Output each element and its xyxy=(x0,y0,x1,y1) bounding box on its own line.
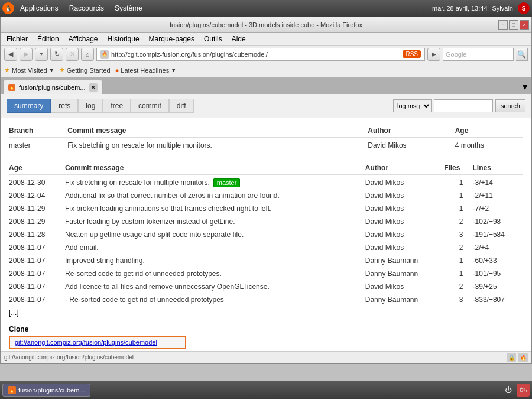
google-search-box[interactable]: Google xyxy=(443,48,514,61)
tab-arrow-button[interactable]: ▼ xyxy=(521,82,529,92)
log-author-6: Danny Baumann xyxy=(365,254,444,267)
forward-button[interactable]: ▶ xyxy=(20,48,33,61)
log-message-4: Neaten up getline usage and split code i… xyxy=(65,228,365,241)
log-lines-0: -3/+14 xyxy=(473,175,523,190)
log-author-8: David Mikos xyxy=(365,280,444,293)
log-files-3: 2 xyxy=(444,215,472,228)
search-type-select[interactable]: log msg xyxy=(393,99,432,112)
home-button[interactable]: ⌂ xyxy=(81,48,94,61)
bookmark-latest-headlines[interactable]: ● Latest Headlines ▼ xyxy=(115,67,177,74)
log-lines-7: -101/+95 xyxy=(473,267,523,280)
browser-tab[interactable]: 🔥 fusion/plugins/cubem... ✕ xyxy=(3,80,103,94)
os-datetime: mar. 28 avril, 13:44 xyxy=(432,5,488,12)
col-branch: Branch xyxy=(9,124,67,138)
menu-outils[interactable]: Outils xyxy=(200,34,226,44)
bookmark-star-icon: ★ xyxy=(4,66,10,74)
bookmark-getting-started-icon: ★ xyxy=(59,66,65,74)
col-lines-log: Lines xyxy=(473,161,523,175)
clone-label: Clone xyxy=(9,325,523,333)
back-button[interactable]: ◀ xyxy=(4,48,17,61)
bookmark-getting-started[interactable]: ★ Getting Started xyxy=(59,66,111,74)
log-author-2: David Mikos xyxy=(365,202,444,215)
search-input[interactable] xyxy=(434,99,493,112)
menu-affichage[interactable]: Affichage xyxy=(65,34,102,44)
ubuntu-icon[interactable]: 🐧 xyxy=(2,2,14,14)
log-files-7: 1 xyxy=(444,267,472,280)
google-search-button[interactable]: 🔍 xyxy=(516,48,528,61)
tab-commit[interactable]: commit xyxy=(131,99,169,113)
rss-button[interactable]: RSS xyxy=(403,50,421,58)
log-author-3: David Mikos xyxy=(365,215,444,228)
stop-button[interactable]: ✕ xyxy=(66,48,79,61)
reload-button[interactable]: ↻ xyxy=(50,48,63,61)
status-right: 🔒 🔥 xyxy=(507,353,528,362)
search-button[interactable]: search xyxy=(495,99,525,112)
url-bar[interactable]: 🔥 http://cgit.compiz-fusion.org/fusion/p… xyxy=(96,48,425,61)
log-author-5: David Mikos xyxy=(365,241,444,254)
power-icon[interactable]: ⏻ xyxy=(504,385,513,395)
os-menu-applications[interactable]: Applications xyxy=(15,3,63,14)
maximize-button[interactable]: □ xyxy=(509,20,518,30)
bookmark-most-visited-label: Most Visited xyxy=(12,67,47,74)
log-files-8: 2 xyxy=(444,280,472,293)
minimize-button[interactable]: − xyxy=(498,20,508,30)
menu-fichier[interactable]: Fichier xyxy=(3,34,31,44)
clone-git-url[interactable]: git://anongit.compiz.org/fusion/plugins/… xyxy=(9,336,186,349)
tab-close-button[interactable]: ✕ xyxy=(89,83,98,92)
log-message-8: Add licence to all files and remove unne… xyxy=(65,280,365,293)
cgit-page: summary refs log tree commit diff log ms… xyxy=(1,94,531,351)
menu-historique[interactable]: Historique xyxy=(104,34,143,44)
table-row: 2008-11-07Add email.David Mikos2-2/+4 xyxy=(9,241,523,254)
os-menu-systeme[interactable]: Système xyxy=(110,3,147,14)
go-button[interactable]: ▶ xyxy=(427,48,440,61)
menu-aide[interactable]: Aide xyxy=(228,34,249,44)
head-table: Branch Commit message Author Age master … xyxy=(9,124,523,152)
tab-tree[interactable]: tree xyxy=(103,99,131,113)
bookmark-latest-headlines-arrow: ▼ xyxy=(171,67,176,73)
log-age-2: 2008-11-29 xyxy=(9,202,65,215)
log-files-1: 1 xyxy=(444,189,472,202)
log-message-5: Add email. xyxy=(65,241,365,254)
status-icon-2: 🔥 xyxy=(518,353,528,362)
col-author-head: Author xyxy=(368,124,455,138)
log-message-9: - Re-sorted code to get rid of unneeded … xyxy=(65,293,365,306)
url-text: http://cgit.compiz-fusion.org/fusion/plu… xyxy=(111,51,268,58)
menu-edition[interactable]: Édition xyxy=(34,34,63,44)
google-label: Google xyxy=(446,51,466,58)
os-menu-raccourcis[interactable]: Raccourcis xyxy=(64,3,109,14)
bookmark-most-visited[interactable]: ★ Most Visited ▼ xyxy=(4,66,54,74)
tab-diff[interactable]: diff xyxy=(169,99,194,113)
log-files-0: 1 xyxy=(444,175,472,190)
os-topbar: 🐧 Applications Raccourcis Système mar. 2… xyxy=(0,0,532,17)
table-row: 2008-11-07Re-sorted code to get rid of u… xyxy=(9,267,523,280)
close-button[interactable]: × xyxy=(520,20,529,30)
tab-refs[interactable]: refs xyxy=(51,99,78,113)
taskbar-item-label: fusion/plugins/cubem... xyxy=(18,387,85,394)
log-age-3: 2008-11-29 xyxy=(9,215,65,228)
menu-arrow-button[interactable]: ▼ xyxy=(35,48,48,61)
tab-log[interactable]: log xyxy=(78,99,103,113)
menu-marque-pages[interactable]: Marque-pages xyxy=(145,34,198,44)
log-table: Age Commit message Author Files Lines 20… xyxy=(9,161,523,306)
log-files-6: 1 xyxy=(444,254,472,267)
table-row: 2008-11-07Add licence to all files and r… xyxy=(9,280,523,293)
table-row: master Fix stretching on rescale for mul… xyxy=(9,138,523,153)
os-topbar-left: 🐧 Applications Raccourcis Système xyxy=(2,2,147,14)
status-url: git://anongit.compiz.org/fusion/plugins/… xyxy=(4,354,134,361)
log-lines-9: -833/+807 xyxy=(473,293,523,306)
browser-window-controls: − □ × xyxy=(498,20,529,30)
col-commit-msg-log: Commit message xyxy=(65,161,365,175)
bag-icon[interactable]: 🛍 xyxy=(517,384,530,397)
tab-summary[interactable]: summary xyxy=(7,99,51,113)
log-files-4: 3 xyxy=(444,228,472,241)
col-age-log: Age xyxy=(9,161,65,175)
taskbar: 🔥 fusion/plugins/cubem... ⏻ 🛍 xyxy=(0,381,532,399)
log-message-3: Faster loading by custom tokenizer inste… xyxy=(65,215,365,228)
log-author-0: David Mikos xyxy=(365,175,444,190)
log-message-0: Fix stretching on rescale for multiple m… xyxy=(65,175,365,190)
cgit-main-content: Branch Commit message Author Age master … xyxy=(1,118,531,351)
log-files-9: 3 xyxy=(444,293,472,306)
log-message-2: Fix broken loading animations so that fr… xyxy=(65,202,365,215)
table-row: 2008-11-28Neaten up getline usage and sp… xyxy=(9,228,523,241)
taskbar-item-firefox[interactable]: 🔥 fusion/plugins/cubem... xyxy=(2,384,90,397)
